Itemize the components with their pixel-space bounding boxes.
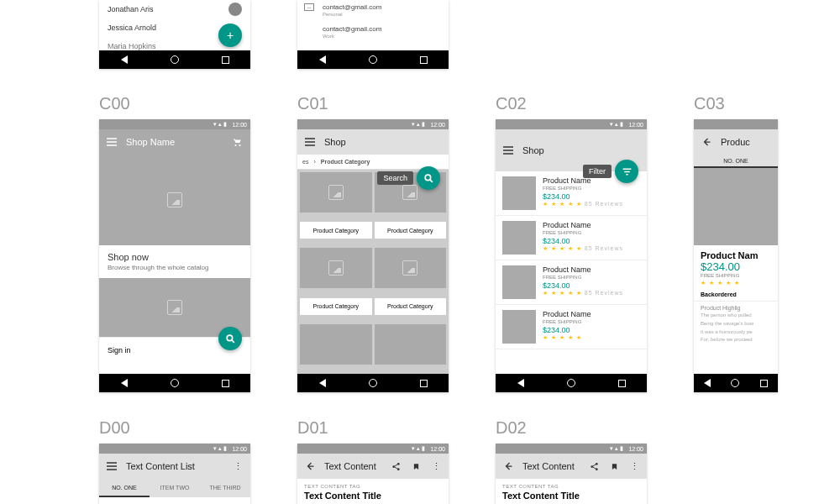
filter-fab[interactable] (615, 160, 638, 183)
nav-recent-icon[interactable] (420, 56, 428, 64)
tab[interactable]: THE THIRD (200, 479, 250, 497)
email-type: Work (323, 34, 440, 39)
category-label[interactable]: Product Category (375, 222, 447, 239)
category-grid: Product Category Product Category Produc… (297, 170, 449, 374)
menu-icon[interactable] (502, 144, 514, 156)
shop-now-card[interactable]: Shop now Browse through the whole catalo… (99, 245, 250, 278)
search-fab[interactable] (218, 327, 242, 350)
email-row[interactable]: contact@gmail.com Work (297, 22, 449, 44)
share-icon[interactable] (390, 460, 402, 472)
app-title: Shop Name (126, 137, 223, 147)
category-label[interactable]: Product Category (375, 298, 447, 315)
status-time: 12:00 (628, 122, 643, 128)
android-navbar (496, 374, 647, 392)
search-icon (423, 173, 434, 184)
category-tile[interactable] (375, 248, 447, 288)
cart-icon[interactable] (232, 136, 244, 148)
nav-recent-icon[interactable] (420, 380, 428, 387)
menu-icon[interactable] (106, 136, 118, 148)
nav-back-icon[interactable] (121, 379, 128, 387)
status-time: 12:00 (628, 446, 643, 452)
tab[interactable]: NO. ONE (694, 155, 778, 168)
mock-emails-partial: contact@gmail.com Personal contact@gmail… (297, 0, 449, 69)
nav-home-icon[interactable] (567, 379, 575, 387)
category-tile[interactable] (300, 324, 372, 365)
nav-back-icon[interactable] (319, 379, 326, 387)
highlight-line: The person who pulled (701, 312, 771, 319)
nav-back-icon[interactable] (517, 379, 524, 387)
back-icon[interactable] (701, 136, 712, 148)
menu-icon[interactable] (304, 136, 316, 148)
contact-name: Maria Hopkins (108, 42, 156, 50)
hero-placeholder (99, 155, 250, 245)
add-fab[interactable]: + (218, 24, 242, 47)
email-type: Personal (323, 12, 440, 17)
nav-recent-icon[interactable] (760, 380, 768, 387)
nav-back-icon[interactable] (121, 55, 128, 64)
bookmark-icon[interactable] (608, 460, 620, 472)
mock-c03: Produc NO. ONE Product Nam $234.00 FREE … (694, 119, 778, 392)
product-row[interactable]: Product Name FREE SHIPPING $234.00 ★ ★ ★… (496, 305, 647, 349)
mock-d02: ▾▴▮12:00 Text Content ⋮ TEXT CONTENT TAG… (496, 444, 647, 504)
tab[interactable]: NO. ONE (99, 479, 150, 497)
menu-icon[interactable] (106, 460, 118, 472)
search-fab[interactable] (417, 166, 440, 190)
back-icon[interactable] (304, 460, 316, 472)
nav-back-icon[interactable] (704, 379, 711, 387)
nav-recent-icon[interactable] (222, 380, 229, 387)
app-bar: Text Content ⋮ (496, 454, 647, 479)
category-label[interactable]: Product Category (300, 298, 372, 315)
email-row[interactable]: contact@gmail.com Personal (297, 0, 449, 22)
svg-point-0 (227, 335, 233, 341)
mock-contacts-partial: Jonathan Aris Jessica Arnold Maria Hopki… (99, 0, 250, 69)
mock-label: D02 (496, 418, 527, 438)
mock-label: C03 (694, 94, 725, 113)
contact-row[interactable]: Jonathan Aris (99, 0, 250, 18)
plus-icon: + (227, 29, 234, 42)
share-icon[interactable] (588, 460, 600, 472)
email-address: contact@gmail.com (323, 25, 440, 33)
mock-label: C02 (496, 94, 527, 113)
review-count: 85 Reviews (585, 201, 623, 207)
more-icon[interactable]: ⋮ (232, 460, 244, 472)
back-icon[interactable] (502, 460, 514, 472)
product-thumb (502, 221, 536, 255)
product-shipping: FREE SHIPPING (543, 275, 623, 280)
status-time: 12:00 (430, 122, 445, 128)
image-placeholder-icon (167, 300, 182, 315)
content-title: Text Content Title (496, 489, 647, 502)
svg-point-5 (595, 462, 597, 465)
product-row[interactable]: Product Name FREE SHIPPING $234.00 ★ ★ ★… (496, 260, 647, 305)
status-bar: ▾▴▮12:00 (99, 119, 250, 129)
nav-recent-icon[interactable] (618, 380, 626, 387)
nav-home-icon[interactable] (171, 55, 179, 64)
mock-c00: ▾▴▮12:00 Shop Name Shop now Browse throu… (99, 119, 250, 392)
mock-d01: ▾▴▮12:00 Text Content ⋮ TEXT CONTENT TAG… (297, 444, 449, 504)
nav-home-icon[interactable] (731, 379, 739, 387)
svg-point-7 (595, 468, 597, 470)
category-tile[interactable] (300, 172, 372, 213)
category-tile[interactable] (375, 324, 447, 365)
review-count: 85 Reviews (585, 290, 623, 296)
nav-back-icon[interactable] (319, 55, 326, 64)
tabs: NO. ONE (694, 155, 778, 168)
more-icon[interactable]: ⋮ (628, 460, 640, 472)
tab[interactable]: ITEM TWO (150, 479, 200, 497)
svg-point-1 (425, 175, 431, 181)
nav-home-icon[interactable] (171, 379, 179, 387)
nav-home-icon[interactable] (369, 55, 377, 64)
bookmark-icon[interactable] (410, 460, 422, 472)
mock-label: C00 (99, 94, 130, 113)
app-bar: Produc (694, 129, 778, 155)
card-heading: Shop now (108, 252, 242, 262)
nav-recent-icon[interactable] (222, 56, 229, 64)
content-tag: TEXT CONTENT TAG (297, 479, 449, 489)
breadcrumb-item[interactable]: es (302, 159, 308, 165)
category-tile[interactable] (300, 248, 372, 288)
breadcrumb-item[interactable]: Product Category (321, 159, 370, 165)
more-icon[interactable]: ⋮ (430, 460, 442, 472)
product-row[interactable]: Product Name FREE SHIPPING $234.00 ★ ★ ★… (496, 216, 647, 260)
image-placeholder-icon (328, 260, 344, 276)
nav-home-icon[interactable] (369, 379, 377, 387)
category-label[interactable]: Product Category (300, 222, 372, 239)
